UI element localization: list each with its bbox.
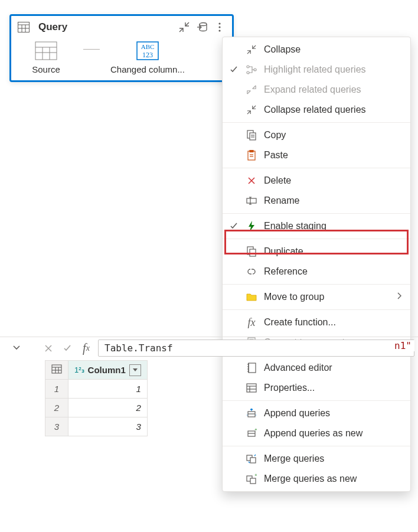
menu-move-to-group[interactable]: Move to group	[223, 287, 410, 307]
collapse-arrows-icon[interactable]	[178, 21, 191, 34]
menu-rename[interactable]: Rename	[223, 191, 410, 211]
chevron-right-icon	[396, 292, 402, 302]
menu-separator	[223, 309, 410, 310]
menu-merge-queries-new[interactable]: + Merge queries as new	[223, 469, 410, 489]
menu-label: Rename	[264, 195, 402, 206]
svg-rect-39	[247, 384, 256, 392]
menu-label: Paste	[264, 150, 402, 161]
menu-append-queries[interactable]: Append queries	[223, 403, 410, 423]
menu-highlight-related[interactable]: Highlight related queries	[223, 60, 410, 80]
menu-label: Copy	[264, 130, 402, 141]
load-destination-icon[interactable]	[195, 21, 208, 34]
fx-icon[interactable]: fx	[79, 341, 93, 355]
svg-rect-9	[35, 42, 57, 60]
collapse-icon	[245, 45, 258, 54]
fx-icon: fx	[245, 316, 258, 329]
menu-delete[interactable]: Delete	[223, 171, 410, 191]
row-number: 1	[45, 380, 68, 399]
cell-value[interactable]: 3	[68, 417, 148, 436]
cell-value[interactable]: 1	[68, 380, 148, 399]
svg-rect-38	[249, 363, 256, 373]
svg-point-18	[247, 71, 249, 74]
properties-icon	[245, 383, 258, 393]
query-steps-row: Source ABC123 Changed column...	[17, 37, 226, 74]
svg-rect-53	[52, 365, 61, 373]
menu-separator	[223, 446, 410, 446]
merge-new-icon: +	[245, 474, 258, 484]
staging-bolt-icon	[245, 221, 258, 231]
append-new-icon: +	[245, 428, 258, 439]
svg-point-17	[247, 66, 249, 68]
menu-create-function[interactable]: fx Create function...	[223, 312, 410, 332]
column-type-label: 1²₃	[74, 365, 84, 374]
svg-rect-49	[250, 458, 256, 463]
rename-icon	[245, 197, 258, 205]
step-changed-column[interactable]: ABC123 Changed column...	[110, 41, 185, 74]
formula-commit-icon[interactable]	[60, 341, 74, 355]
menu-label: Append queries as new	[264, 428, 402, 439]
svg-rect-24	[248, 151, 255, 160]
step-source[interactable]: Source	[19, 41, 73, 74]
svg-point-5	[200, 23, 207, 26]
formula-cancel-icon[interactable]	[41, 341, 55, 355]
column-header[interactable]: 1²₃ Column1	[68, 361, 148, 380]
menu-label: Highlight related queries	[264, 64, 402, 75]
svg-text:+: +	[254, 474, 257, 478]
menu-label: Append queries	[264, 408, 402, 419]
menu-reference[interactable]: Reference	[223, 262, 410, 282]
menu-enable-staging[interactable]: Enable staging	[223, 216, 410, 236]
menu-separator	[223, 400, 410, 401]
cell-value[interactable]: 2	[68, 399, 148, 417]
svg-text:123: 123	[142, 51, 153, 59]
menu-advanced-editor[interactable]: Advanced editor	[223, 358, 410, 378]
copy-icon	[245, 130, 258, 141]
step-connector	[83, 49, 100, 50]
menu-label: Reference	[264, 266, 402, 277]
table-row[interactable]: 1 1	[45, 380, 148, 399]
collapse-related-icon	[245, 105, 258, 115]
table-row[interactable]: 3 3	[45, 417, 148, 436]
query-card-header: Query	[17, 21, 226, 37]
menu-label: Enable staging	[264, 221, 402, 231]
more-options-icon[interactable]	[213, 21, 226, 34]
svg-rect-28	[247, 198, 256, 203]
svg-rect-33	[250, 249, 256, 256]
svg-text:+: +	[254, 428, 257, 432]
formula-input[interactable]: Table.Transf	[98, 340, 414, 357]
menu-duplicate[interactable]: Duplicate	[223, 241, 410, 262]
grid-corner-icon[interactable]	[45, 361, 68, 380]
paste-icon	[245, 150, 258, 161]
menu-separator	[223, 213, 410, 214]
menu-properties[interactable]: Properties...	[223, 378, 410, 398]
svg-rect-51	[250, 478, 256, 484]
merge-icon	[245, 454, 258, 464]
menu-collapse-related[interactable]: Collapse related queries	[223, 100, 410, 120]
table-row[interactable]: 2 2	[45, 399, 148, 417]
menu-label: Properties...	[264, 383, 402, 393]
folder-icon	[245, 293, 258, 301]
menu-append-queries-new[interactable]: + Append queries as new	[223, 423, 410, 443]
menu-copy[interactable]: Copy	[223, 125, 410, 145]
menu-label: Merge queries	[264, 453, 402, 464]
svg-rect-21	[250, 133, 256, 140]
reference-icon	[245, 268, 258, 275]
menu-paste[interactable]: Paste	[223, 145, 410, 165]
menu-merge-queries[interactable]: Merge queries	[223, 449, 410, 469]
advanced-editor-icon	[245, 363, 258, 373]
row-number: 3	[45, 417, 68, 436]
menu-separator	[223, 122, 410, 123]
menu-label: Duplicate	[264, 246, 402, 257]
menu-expand-related[interactable]: Expand related queries	[223, 80, 410, 100]
svg-point-7	[218, 26, 220, 28]
column-filter-dropdown[interactable]	[129, 364, 141, 376]
menu-collapse[interactable]: Collapse	[223, 40, 410, 60]
query-node-card[interactable]: Query Source ABC123 Changed column... +	[9, 14, 234, 82]
svg-point-8	[218, 30, 220, 31]
checkmark-icon	[228, 222, 239, 230]
menu-label: Collapse related queries	[264, 105, 402, 115]
checkmark-icon	[228, 66, 239, 74]
menu-label: Merge queries as new	[264, 474, 402, 484]
menu-label: Collapse	[264, 44, 402, 55]
menu-separator	[223, 168, 410, 168]
append-icon	[245, 409, 258, 418]
